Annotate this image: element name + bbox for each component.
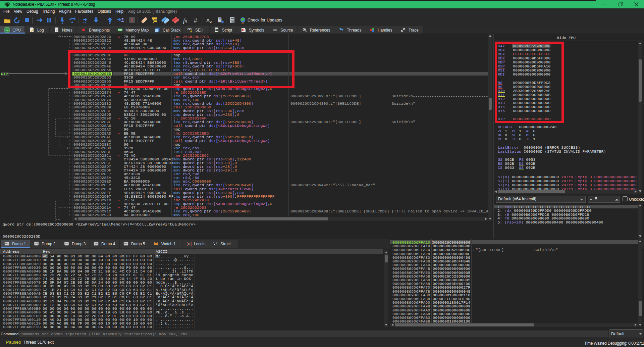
- svg-text:#: #: [194, 17, 197, 24]
- svg-text:RIP: RIP: [1, 72, 8, 77]
- svg-text:<>: <>: [273, 28, 277, 32]
- svg-text:<>: <>: [216, 29, 218, 31]
- svg-text:A: A: [206, 17, 210, 23]
- svg-text:64: 64: [6, 29, 9, 32]
- svg-text:2: 2: [210, 20, 212, 23]
- svg-text:S: S: [130, 17, 133, 23]
- svg-text:fx: fx: [183, 17, 187, 24]
- svg-text:]: ]: [190, 242, 192, 246]
